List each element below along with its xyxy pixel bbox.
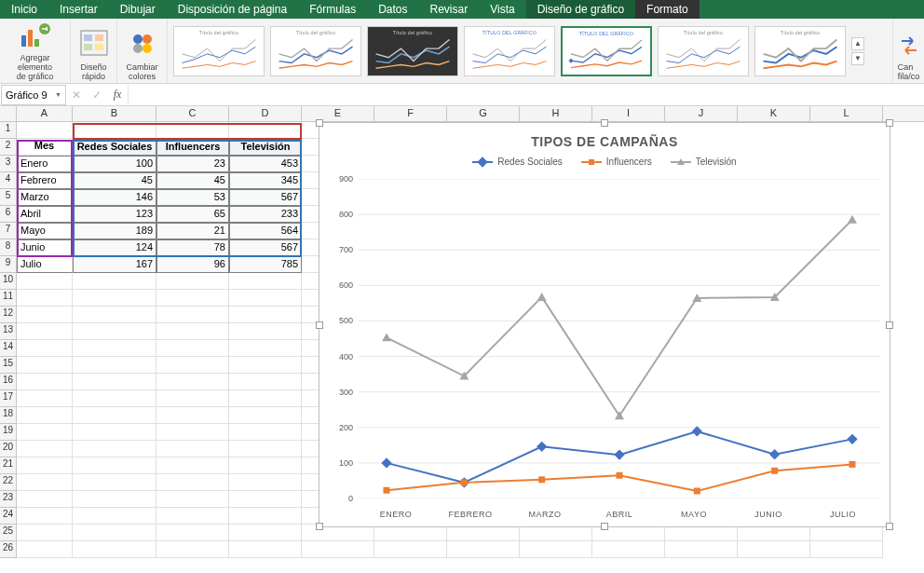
cell[interactable] — [17, 290, 73, 307]
cell[interactable] — [17, 122, 73, 139]
chart-style-6[interactable]: Título del gráfico — [658, 26, 749, 76]
row-header[interactable]: 21 — [0, 457, 17, 474]
row-header[interactable]: 14 — [0, 340, 17, 357]
cell[interactable] — [156, 474, 229, 491]
cell[interactable] — [17, 508, 73, 525]
row-header[interactable]: 26 — [0, 541, 17, 558]
cell[interactable]: 167 — [73, 256, 156, 273]
cell[interactable]: Redes Sociales — [73, 139, 156, 156]
resize-handle[interactable] — [316, 119, 323, 127]
cell[interactable] — [156, 273, 229, 290]
cell[interactable]: Televisión — [229, 139, 302, 156]
cell[interactable] — [73, 340, 156, 357]
chart-title[interactable]: TIPOS DE CAMPAÑAS — [319, 134, 890, 149]
cell[interactable]: 23 — [156, 156, 229, 172]
cell[interactable] — [156, 390, 229, 407]
cell[interactable] — [156, 525, 229, 541]
cell[interactable] — [229, 340, 302, 357]
resize-handle[interactable] — [316, 523, 323, 530]
resize-handle[interactable] — [601, 119, 608, 127]
chart-style-4[interactable]: TÍTULO DEL GRÁFICO — [464, 26, 555, 76]
chart-style-2[interactable]: Título del gráfico — [270, 26, 361, 76]
cell[interactable]: 564 — [229, 223, 302, 239]
cell[interactable]: 146 — [73, 189, 156, 206]
cell[interactable] — [229, 525, 302, 541]
cell[interactable] — [229, 323, 302, 340]
gallery-up-button[interactable]: ▲ — [851, 37, 864, 50]
cell[interactable]: Febrero — [17, 172, 73, 189]
cell[interactable]: Junio — [17, 239, 73, 256]
row-header[interactable]: 3 — [0, 156, 17, 172]
cell[interactable]: 233 — [229, 206, 302, 223]
cell[interactable] — [156, 307, 229, 323]
cell[interactable]: Influencers — [156, 139, 229, 156]
resize-handle[interactable] — [316, 321, 323, 329]
legend-item[interactable]: Redes Sociales — [472, 157, 562, 167]
cell[interactable] — [17, 541, 73, 558]
cell[interactable] — [156, 441, 229, 457]
cell[interactable]: 45 — [73, 172, 156, 189]
cell[interactable]: 785 — [229, 256, 302, 273]
row-header[interactable]: 20 — [0, 441, 17, 457]
cell[interactable] — [17, 374, 73, 390]
cell[interactable] — [17, 323, 73, 340]
cell[interactable] — [229, 273, 302, 290]
row-header[interactable]: 22 — [0, 474, 17, 491]
cell[interactable]: 21 — [156, 223, 229, 239]
cell[interactable] — [73, 424, 156, 441]
cell[interactable] — [229, 541, 302, 558]
cell[interactable] — [17, 307, 73, 323]
cell[interactable] — [17, 474, 73, 491]
cell[interactable] — [17, 441, 73, 457]
cell[interactable] — [17, 457, 73, 474]
cell[interactable] — [73, 390, 156, 407]
cancel-button[interactable]: ✕ — [66, 89, 87, 102]
row-header[interactable]: 24 — [0, 508, 17, 525]
cell[interactable]: Enero — [17, 156, 73, 172]
name-box[interactable]: Gráfico 9 ▼ — [1, 85, 66, 105]
row-header[interactable]: 16 — [0, 374, 17, 390]
tab-insertar[interactable]: Insertar — [48, 0, 109, 19]
tab-vista[interactable]: Vista — [479, 0, 525, 19]
cell[interactable] — [156, 340, 229, 357]
cell[interactable] — [156, 374, 229, 390]
cell[interactable] — [73, 457, 156, 474]
cell[interactable] — [156, 357, 229, 374]
tab-dibujar[interactable]: Dibujar — [109, 0, 167, 19]
legend-item[interactable]: Influencers — [581, 157, 652, 167]
tab-revisar[interactable]: Revisar — [419, 0, 480, 19]
row-header[interactable]: 5 — [0, 189, 17, 206]
chart-style-5[interactable]: TÍTULO DEL GRÁFICO — [561, 26, 652, 76]
cell[interactable] — [520, 541, 592, 558]
cell[interactable] — [229, 491, 302, 508]
cell[interactable] — [156, 323, 229, 340]
cell[interactable] — [17, 491, 73, 508]
cell[interactable] — [229, 424, 302, 441]
cell[interactable] — [229, 307, 302, 323]
cell[interactable] — [73, 541, 156, 558]
col-header-F[interactable]: F — [374, 106, 447, 121]
col-header-J[interactable]: J — [665, 106, 738, 121]
chart-style-1[interactable]: Título del gráfico — [173, 26, 265, 76]
cell[interactable] — [229, 441, 302, 457]
cell[interactable] — [73, 474, 156, 491]
row-header[interactable]: 6 — [0, 206, 17, 223]
tab-formato[interactable]: Formato — [635, 0, 700, 19]
cell[interactable] — [73, 441, 156, 457]
formula-input[interactable] — [128, 85, 924, 105]
resize-handle[interactable] — [886, 119, 893, 127]
cell[interactable] — [302, 541, 374, 558]
cell[interactable]: 65 — [156, 206, 229, 223]
cell[interactable]: 567 — [229, 239, 302, 256]
row-header[interactable]: 2 — [0, 139, 17, 156]
cell[interactable] — [156, 290, 229, 307]
cell[interactable] — [810, 541, 883, 558]
cell[interactable] — [156, 407, 229, 424]
resize-handle[interactable] — [886, 321, 893, 329]
cell[interactable]: 189 — [73, 223, 156, 239]
add-chart-element-button[interactable]: Agregar elemento de gráfico — [0, 19, 71, 83]
tab-diseno-grafico[interactable]: Diseño de gráfico — [526, 0, 635, 19]
cell[interactable] — [17, 424, 73, 441]
cell[interactable] — [17, 525, 73, 541]
cell[interactable] — [156, 541, 229, 558]
